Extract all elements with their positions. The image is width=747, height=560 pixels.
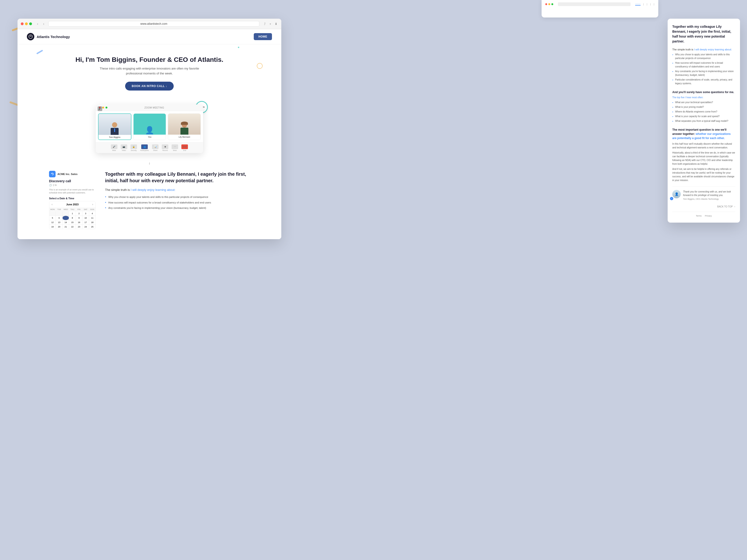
svg-point-0 [29, 35, 32, 38]
list-item: How success will impact outcomes for a b… [105, 200, 250, 206]
back-to-top-button[interactable]: BACK TO TOP ↑ [672, 205, 735, 208]
calendly-logo-icon [49, 171, 56, 177]
cal-cell-2[interactable]: 2 [76, 211, 82, 216]
avatar-image: 👤 [672, 190, 681, 198]
zoom-share-btn[interactable]: 📊 Share [152, 144, 158, 151]
cal-cell-14[interactable]: 14 [62, 220, 69, 224]
participant-tom: 🎤 Tom Biggins [98, 113, 131, 140]
cal-cell-25[interactable]: 25 [89, 225, 96, 229]
cal-cell-6[interactable]: 6 [56, 216, 62, 220]
minimize-window-btn[interactable] [25, 22, 28, 25]
cal-cell-23[interactable]: 23 [76, 225, 82, 229]
rp-section1-highlight: I will deeply enjoy learning about: [694, 48, 732, 51]
cal-cell-10[interactable]: 10 [82, 216, 89, 220]
cal-cell-21[interactable]: 21 [62, 225, 69, 229]
participant-you: 👤 You [133, 113, 166, 140]
cal-cell-20[interactable]: 20 [56, 225, 62, 229]
calendar-prev-month-btn[interactable]: ‹ [52, 203, 53, 206]
avatar-photo: 👤 [672, 190, 681, 198]
avatar-container: 👤 ✓ [672, 190, 681, 202]
list-item: What separates you from a typical staff … [672, 119, 735, 124]
hero-title: Hi, I'm Tom Biggins, Founder & CEO of At… [27, 56, 272, 63]
home-nav-button[interactable]: HOME [254, 33, 272, 40]
browser-address-bar[interactable]: www.atlantistech.com [48, 21, 259, 27]
zoom-record-btn[interactable]: ⏺ Record [162, 144, 168, 151]
cal-cell-9[interactable]: 9 [76, 216, 82, 220]
cal-cell-8[interactable]: 8 [69, 216, 75, 220]
calendar-duration: 🕐 1 hr [49, 184, 96, 186]
simple-truth-section: The simple truth is I will deeply enjoy … [105, 188, 250, 211]
cal-cell-19[interactable]: 19 [49, 225, 56, 229]
list-item: Any constraints you're facing in impleme… [105, 205, 250, 211]
terms-link[interactable]: Terms [696, 215, 702, 217]
cal-cell-empty [62, 211, 69, 216]
maximize-window-btn[interactable] [29, 22, 32, 25]
hero-section: Hi, I'm Tom Biggins, Founder & CEO of At… [18, 44, 281, 98]
cal-cell-3[interactable]: 3 [82, 211, 89, 216]
zoom-meeting-mockup: ZOOM MEETING 🎤 [96, 105, 203, 153]
cal-cell-12[interactable]: 12 [49, 220, 56, 224]
zoom-more-btn[interactable]: ⋯ More [172, 144, 178, 151]
avatar-name: Tom Biggins, CEO Atlantis Technology [683, 198, 735, 200]
tom-name: Tom Biggins [99, 135, 131, 139]
cal-cell-1[interactable]: 1 [69, 211, 75, 216]
calendar-org: ACME Inc. Sales [57, 173, 77, 176]
rp-important-text: The most important question is one we'll… [672, 128, 735, 140]
browser-add-tab-btn[interactable]: + [268, 22, 273, 26]
right-info-panel: Together with my colleague Lily Bennani,… [668, 19, 740, 222]
day-header-fri: FRI [76, 208, 82, 211]
browser-share-btn[interactable]: ⤴ [263, 22, 267, 26]
cal-cell-17[interactable]: 17 [82, 220, 89, 224]
list-item: How success will impact outcomes for a b… [672, 61, 735, 69]
cal-cell-22[interactable]: 22 [69, 225, 75, 229]
cal-cell-24[interactable]: 24 [82, 225, 89, 229]
top-partial-window: ──── │ │ │ │ [542, 0, 658, 18]
browser-window: ‹ › www.atlantistech.com ⤴ + ⬇ Atlantis … [18, 19, 281, 239]
zoom-mute-btn[interactable]: 🎤 Mute [111, 144, 118, 151]
close-window-btn[interactable] [21, 22, 24, 25]
day-header-wed: WED [62, 208, 69, 211]
section-lead-text: The simple truth is I will deeply enjoy … [105, 188, 250, 192]
list-item: Particular considerations of scale, secu… [672, 77, 735, 86]
zoom-video-btn[interactable]: 📷 Video [121, 144, 127, 151]
cal-cell-5[interactable]: 5 [49, 216, 56, 220]
site-logo: Atlantis Technology [27, 33, 70, 41]
rp-section2-bullets: What are your technical specialities? Wh… [672, 100, 735, 124]
list-item: Why you chose to apply your talents and … [105, 194, 250, 200]
tom-photo: 🎤 [99, 114, 131, 135]
calendar-grid: 1 2 3 4 5 6 7 8 9 10 11 12 13 [49, 211, 96, 229]
zoom-participants-btn[interactable]: 👥 Participants [140, 144, 149, 151]
zoom-security-btn[interactable]: 🔒 Security [130, 144, 137, 151]
scroll-arrow: ↓ [18, 160, 281, 166]
you-photo: 👤 [133, 114, 166, 135]
calendar-days-header: MON TUE WED THU FRI SAT SUN [49, 208, 96, 211]
site-navigation: Atlantis Technology HOME [18, 29, 281, 44]
lily-photo [168, 114, 201, 135]
avatar-text-block: Thank you for connecting with us, and we… [683, 190, 735, 200]
calendar-next-month-btn[interactable]: › [92, 203, 93, 206]
browser-forward-btn[interactable]: › [41, 22, 46, 26]
day-header-sun: SUN [89, 208, 96, 211]
book-intro-call-button[interactable]: BOOK AN INTRO CALL ↓ [125, 82, 174, 90]
zoom-minimize-btn [102, 107, 104, 108]
logo-text: Atlantis Technology [37, 35, 70, 39]
list-item: What are your technical specialities? [672, 100, 735, 105]
privacy-link[interactable]: Privacy [705, 215, 712, 217]
avatar-quote: Thank you for connecting with us, and we… [683, 190, 735, 197]
you-name: You [133, 135, 166, 139]
day-header-sat: SAT [82, 208, 89, 211]
zoom-end-btn[interactable]: End End [181, 144, 188, 151]
cal-cell-11[interactable]: 11 [89, 216, 96, 220]
rp-section1-bullets: Why you chose to apply your talents and … [672, 52, 735, 86]
rp-section1: The simple truth is I will deeply enjoy … [672, 48, 735, 86]
cal-cell-18[interactable]: 18 [89, 220, 96, 224]
cal-cell-4[interactable]: 4 [89, 211, 96, 216]
cal-cell-16[interactable]: 16 [76, 220, 82, 224]
cal-cell-7[interactable]: 7 [62, 216, 69, 220]
cal-cell-15[interactable]: 15 [69, 220, 75, 224]
zoom-window-controls: ZOOM MEETING [96, 105, 203, 111]
cal-cell-13[interactable]: 13 [56, 220, 62, 224]
browser-download-btn[interactable]: ⬇ [274, 22, 278, 26]
browser-back-btn[interactable]: ‹ [35, 22, 40, 26]
cal-cell-empty [56, 211, 62, 216]
